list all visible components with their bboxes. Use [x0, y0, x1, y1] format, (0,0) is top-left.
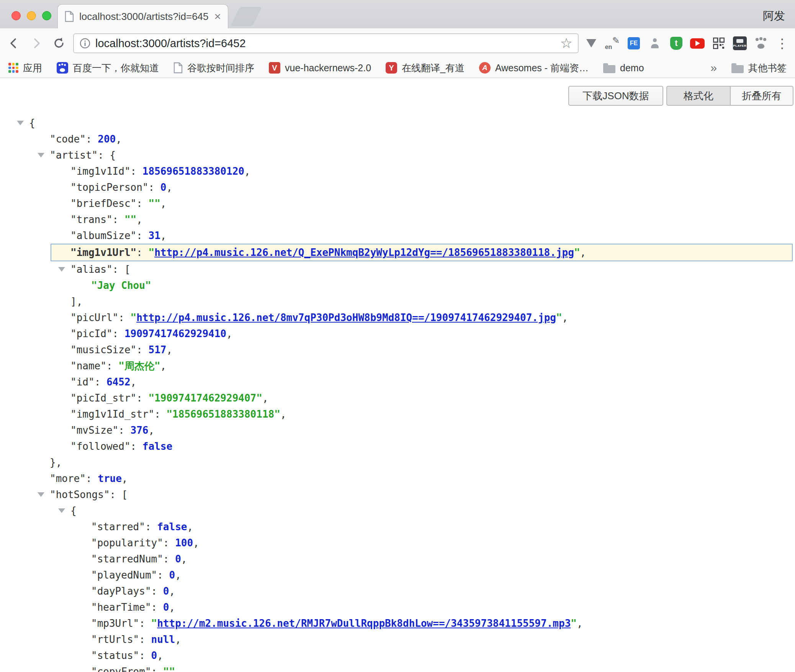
view-mode-segmented-control: 格式化 折叠所有 [666, 86, 793, 106]
close-window-button[interactable] [11, 11, 21, 20]
translate-extension-icon[interactable]: en ✎ [604, 35, 621, 52]
json-key: "popularity" [91, 537, 163, 549]
json-string: "" [149, 198, 160, 209]
bookmark-label: vue-hackernews-2.0 [285, 62, 371, 74]
json-string: "Jay Chou" [91, 280, 151, 291]
player-label: PLAYER [733, 44, 747, 48]
bookmark-item-vue-hackernews[interactable]: V vue-hackernews-2.0 [269, 62, 371, 74]
json-string: "" [163, 666, 175, 672]
json-line: "img1v1Url": "http://p4.music.126.net/Q_… [51, 244, 793, 261]
bookmark-item-apps[interactable]: 应用 [8, 62, 42, 74]
json-key: "img1v1Id" [70, 166, 131, 177]
json-key: "mvSize" [70, 425, 118, 436]
baidu-paw-icon [57, 62, 68, 74]
paw-icon [755, 38, 767, 49]
collapse-triangle-icon[interactable] [58, 267, 65, 272]
player-extension-icon[interactable]: PLAYER [731, 35, 748, 52]
youtube-extension-icon[interactable] [689, 35, 706, 52]
shield-icon: t [670, 37, 682, 50]
json-line: "mvSize": 376, [0, 422, 795, 438]
bookmark-item-google-sort[interactable]: 谷歌按时间排序 [173, 62, 254, 74]
collapse-triangle-icon[interactable] [17, 121, 24, 125]
json-url-link[interactable]: http://p4.music.126.net/Q_ExePNkmqB2yWyL… [154, 247, 574, 258]
json-key: "picId_str" [70, 392, 136, 404]
collapse-triangle-icon[interactable] [38, 153, 44, 157]
collapse-triangle-icon[interactable] [38, 492, 44, 497]
qr-code-icon [713, 38, 725, 49]
profile-name[interactable]: 阿发 [763, 8, 785, 24]
url-text[interactable]: localhost:3000/artists?id=6452 [95, 37, 560, 50]
reload-icon [52, 36, 66, 50]
translate-en-label: en [605, 44, 612, 51]
json-line: "artist": { [0, 147, 795, 163]
format-button[interactable]: 格式化 [666, 86, 730, 106]
json-value: 0 [175, 553, 181, 565]
bookmarks-overflow-chevron[interactable]: » [710, 61, 717, 74]
json-bracket: { [70, 505, 77, 516]
json-line: "topicPerson": 0, [0, 179, 795, 195]
json-value: false [142, 441, 172, 452]
bookmark-label: Awesomes - 前端资… [495, 62, 589, 74]
back-button[interactable] [5, 34, 23, 52]
media-player-icon: PLAYER [733, 36, 747, 50]
json-url-link[interactable]: http://p4.music.126.net/8mv7qP30Pd3oHW8b… [136, 312, 556, 323]
paw-extension-icon[interactable] [752, 35, 769, 52]
json-key: "mp3Url" [91, 618, 139, 629]
tab-title: localhost:3000/artists?id=645 [79, 11, 210, 23]
json-key: "hotSongs" [50, 489, 110, 500]
forward-button[interactable] [28, 34, 45, 52]
json-value: 18569651883380120 [142, 166, 244, 177]
fullscreen-window-button[interactable] [42, 11, 51, 20]
json-line: "name": "周杰伦", [0, 358, 795, 374]
json-value: true [98, 473, 122, 484]
json-line: "playedNum": 0, [0, 567, 795, 583]
browser-window: localhost:3000/artists?id=645 × 阿发 [0, 0, 795, 672]
bookmark-item-other-bookmarks[interactable]: 其他书签 [731, 62, 787, 74]
url-bar[interactable]: localhost:3000/artists?id=6452 ☆ [73, 33, 579, 53]
bookmark-item-baidu[interactable]: 百度一下，你就知道 [57, 62, 159, 74]
json-value: 376 [131, 425, 149, 436]
json-line: "picId_str": "19097417462929407", [0, 390, 795, 406]
contacts-extension-icon[interactable] [646, 35, 663, 52]
bookmark-item-youdao[interactable]: Y 在线翻译_有道 [386, 62, 465, 74]
json-key: "picId" [70, 328, 113, 339]
shield-extension-icon[interactable]: t [668, 35, 685, 52]
awesomes-icon: A [479, 62, 491, 74]
browser-menu-button[interactable]: ⋮ [774, 35, 791, 52]
download-json-button[interactable]: 下载JSON数据 [568, 86, 663, 106]
json-line: "briefDesc": "", [0, 195, 795, 211]
json-string: "" [124, 214, 136, 225]
fe-extension-icon[interactable]: FE [625, 35, 642, 52]
json-url-link[interactable]: http://m2.music.126.net/RMJR7wDullRqppBk… [157, 618, 571, 629]
document-icon [173, 62, 183, 74]
qrcode-extension-icon[interactable] [710, 35, 727, 52]
json-value: 19097417462929410 [124, 328, 226, 339]
json-string: "19097417462929407" [149, 392, 262, 404]
json-line: ], [0, 293, 795, 310]
json-key: "musicSize" [70, 344, 136, 356]
json-key: "img1v1Id_str" [70, 408, 154, 420]
json-bracket: [ [122, 489, 128, 500]
json-value: 31 [149, 230, 160, 241]
collapse-all-button[interactable]: 折叠所有 [730, 86, 793, 106]
bookmark-item-demo[interactable]: demo [603, 62, 644, 74]
json-key: "id" [70, 376, 95, 388]
browser-tab[interactable]: localhost:3000/artists?id=645 × [57, 4, 228, 28]
collapse-triangle-icon[interactable] [58, 508, 65, 513]
tab-close-icon[interactable]: × [214, 11, 221, 22]
bookmark-star-icon[interactable]: ☆ [560, 36, 573, 50]
v-badge-icon: V [269, 62, 280, 74]
json-value: 200 [98, 133, 116, 145]
folder-icon [731, 65, 744, 73]
reload-button[interactable] [50, 34, 68, 52]
v-shape-extension-icon[interactable] [583, 35, 600, 52]
json-bracket: { [110, 149, 116, 161]
page-info-icon[interactable] [79, 38, 91, 49]
json-key: "starredNum" [91, 553, 163, 565]
bookmark-item-awesomes[interactable]: A Awesomes - 前端资… [479, 62, 589, 74]
json-line: "dayPlays": 0, [0, 583, 795, 599]
json-line: "albumSize": 31, [0, 228, 795, 244]
minimize-window-button[interactable] [27, 11, 36, 20]
new-tab-button[interactable] [231, 7, 262, 26]
youdao-icon: Y [386, 62, 397, 74]
